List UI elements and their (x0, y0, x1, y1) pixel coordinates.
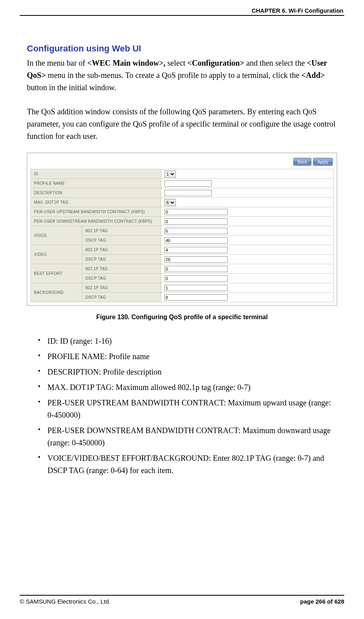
label-video: VIDEO (31, 245, 82, 264)
footer-page-number: page 266 of 628 (300, 598, 344, 605)
label-description: DESCRIPTION (31, 188, 161, 198)
id-select[interactable]: 1 (164, 170, 176, 178)
max-dot1p-select[interactable]: 6 (164, 199, 176, 206)
background-8021p-input[interactable] (164, 285, 228, 291)
label-besteffort: BEST EFFORT (31, 264, 82, 283)
row-background-8021p: BACKGROUND 802.1P TAG (31, 283, 334, 293)
list-item: PER-USER DOWNSTREAM BANDWIDTH CONTRACT: … (38, 424, 337, 449)
label-profile-name: PROFILE NAME (31, 179, 161, 188)
bullet-list: ID: ID (range: 1-16) PROFILE NAME: Profi… (27, 335, 337, 477)
label-voice-8021p: 802.1P TAG (82, 226, 161, 236)
row-upstream: PER-USER UPSTREAM BANDWIDTH CONTRACT (KB… (31, 207, 334, 217)
p1-b4: <Add> (301, 71, 324, 80)
row-description: DESCRIPTION (31, 188, 334, 198)
back-button[interactable]: Back (293, 158, 311, 166)
label-max-dot1p: MAX. DOT1P TAG (31, 198, 161, 207)
figure-screenshot: Back Apply ID 1 PROFILE NAME (27, 153, 337, 306)
list-item: PROFILE NAME: Profile name (38, 350, 337, 363)
voice-dscp-input[interactable] (164, 237, 228, 244)
footer-rule (20, 595, 344, 596)
row-besteffort-8021p: BEST EFFORT 802.1P TAG (31, 264, 334, 274)
list-item: ID: ID (range: 1-16) (38, 335, 337, 347)
chapter-header: CHAPTER 6. Wi-Fi Configuration (252, 7, 343, 14)
background-dscp-input[interactable] (164, 294, 228, 301)
row-voice-8021p: VOICE 802.1P TAG (31, 226, 334, 236)
label-upstream: PER-USER UPSTREAM BANDWIDTH CONTRACT (KB… (31, 207, 161, 217)
besteffort-dscp-input[interactable] (164, 275, 228, 282)
list-item: VOICE/VIDEO/BEST EFFORT/BACKGROUND: Ente… (38, 452, 337, 477)
voice-8021p-input[interactable] (164, 228, 228, 234)
downstream-input[interactable] (164, 218, 228, 225)
label-downstream: PER-USER DOWNSTREAM BANDWIDTH CONTRACT (… (31, 217, 161, 226)
paragraph-1: In the menu bar of <WEC Main window>, se… (27, 57, 337, 94)
row-profile-name: PROFILE NAME (31, 179, 334, 188)
list-item: MAX. DOT1P TAG: Maximum allowed 802.1p t… (38, 381, 337, 394)
cell-id: 1 (161, 169, 334, 179)
page-footer: © SAMSUNG Electronics Co., Ltd. page 266… (20, 595, 344, 605)
footer-copyright: © SAMSUNG Electronics Co., Ltd. (20, 598, 110, 605)
description-input[interactable] (164, 190, 212, 196)
cell-max-dot1p: 6 (161, 198, 334, 207)
p1-b1: <WEC Main window>, (87, 59, 166, 67)
label-id: ID (31, 169, 161, 179)
list-item: PER-USER UPSTREAM BANDWIDTH CONTRACT: Ma… (38, 397, 337, 421)
p1-t4: menu in the sub-menus. To create a QoS p… (46, 71, 301, 80)
paragraph-2: The QoS addition window consists of the … (27, 106, 337, 142)
apply-button[interactable]: Apply (313, 158, 333, 166)
label-video-8021p: 802.1P TAG (82, 245, 161, 255)
figure-caption: Figure 130. Configuring QoS profile of a… (27, 314, 337, 321)
qos-form-table: ID 1 PROFILE NAME DESCRIPTION MA (30, 169, 334, 302)
p1-b2: <Configuration> (187, 59, 244, 67)
upstream-input[interactable] (164, 209, 228, 215)
label-besteffort-dscp: DSCP TAG (82, 274, 161, 283)
besteffort-8021p-input[interactable] (164, 266, 228, 272)
label-voice-dscp: DSCP TAG (82, 236, 161, 245)
label-background: BACKGROUND (31, 283, 82, 302)
p1-t5: button in the initial window. (27, 83, 116, 92)
p1-t1: In the menu bar of (27, 59, 87, 67)
profile-name-input[interactable] (164, 180, 212, 187)
video-8021p-input[interactable] (164, 247, 228, 253)
label-video-dscp: DSCP TAG (82, 255, 161, 264)
video-dscp-input[interactable] (164, 256, 228, 263)
label-besteffort-8021p: 802.1P TAG (82, 264, 161, 274)
row-video-8021p: VIDEO 802.1P TAG (31, 245, 334, 255)
label-background-dscp: DSCP TAG (82, 293, 161, 302)
row-max-dot1p: MAX. DOT1P TAG 6 (31, 198, 334, 207)
list-item: DESCRIPTION: Profile description (38, 366, 337, 378)
row-id: ID 1 (31, 169, 334, 179)
section-title: Configuration using Web UI (27, 44, 337, 54)
row-downstream: PER-USER DOWNSTREAM BANDWIDTH CONTRACT (… (31, 217, 334, 226)
p1-t2: select (166, 59, 188, 67)
label-background-8021p: 802.1P TAG (82, 283, 161, 293)
p1-t3: and then select the (244, 59, 307, 67)
label-voice: VOICE (31, 226, 82, 245)
